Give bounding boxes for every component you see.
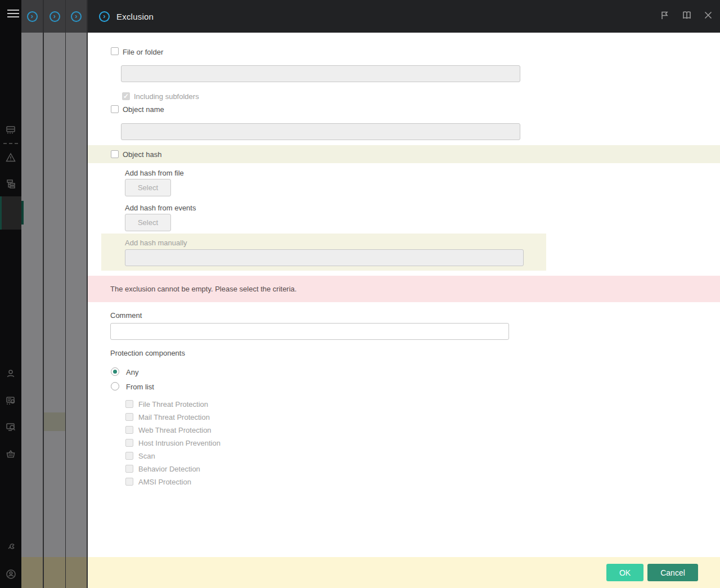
flag-icon[interactable] — [660, 11, 669, 23]
protection-components-label: Protection components — [110, 349, 185, 357]
protection-components-list: File Threat Protection Mail Threat Prote… — [125, 400, 220, 491]
add-hash-from-events-label: Add hash from events — [125, 204, 196, 212]
protection-component-label: AMSI Protection — [138, 478, 191, 486]
add-hash-manually-input[interactable] — [125, 249, 524, 266]
protection-component-label: File Threat Protection — [138, 400, 208, 409]
object-name-checkbox[interactable] — [111, 105, 119, 113]
stacked-dialog-2-header[interactable]: › — [44, 0, 65, 33]
radio-from-list[interactable] — [111, 382, 119, 390]
file-or-folder-label: File or folder — [123, 48, 163, 56]
radio-any[interactable] — [111, 367, 119, 376]
protection-component-row: Host Intrusion Prevention — [125, 439, 220, 447]
add-hash-manually-label: Add hash manually — [125, 239, 187, 247]
including-subfolders-checkbox — [122, 92, 130, 100]
protection-component-checkbox[interactable] — [125, 413, 133, 421]
protection-component-label: Scan — [138, 452, 155, 460]
console-settings-icon[interactable] — [0, 396, 21, 406]
stacked-dialog-3-footer — [66, 557, 87, 588]
policy-circle-icon: › — [27, 11, 38, 22]
cancel-button[interactable]: Cancel — [647, 564, 698, 581]
protection-component-row: Behavior Detection — [125, 465, 220, 473]
account-icon[interactable] — [0, 569, 21, 579]
exclusion-dialog: › Exclusion File or folder Including sub… — [88, 0, 720, 588]
protection-component-row: Mail Threat Protection — [125, 413, 220, 421]
protection-component-row: Scan — [125, 452, 220, 460]
policy-circle-icon: › — [71, 11, 82, 22]
app-window: › › › › Exclusion — [0, 0, 720, 588]
ok-button[interactable]: OK — [606, 564, 644, 581]
comment-label: Comment — [110, 311, 142, 320]
policy-circle-icon: › — [99, 11, 110, 22]
operations-icon[interactable] — [0, 541, 21, 551]
protection-component-checkbox[interactable] — [125, 452, 133, 460]
dialog-title: Exclusion — [116, 12, 154, 21]
protection-component-row: Web Threat Protection — [125, 426, 220, 434]
object-hash-label: Object hash — [123, 150, 161, 159]
object-name-input[interactable] — [121, 123, 520, 140]
object-hash-row — [88, 145, 720, 163]
tasks-icon[interactable] — [0, 179, 21, 189]
protection-component-row: File Threat Protection — [125, 400, 220, 408]
protection-component-checkbox[interactable] — [125, 439, 133, 447]
close-icon[interactable] — [704, 11, 712, 21]
stacked-selected-indicator — [21, 201, 24, 225]
users-icon[interactable] — [0, 369, 21, 379]
stacked-dialog-1-footer — [21, 557, 43, 588]
file-or-folder-checkbox[interactable] — [111, 47, 119, 55]
add-hash-from-file-select-button[interactable]: Select — [125, 179, 171, 196]
stacked-dialog-1[interactable]: › — [21, 0, 44, 588]
comment-input[interactable] — [110, 323, 509, 340]
protection-component-label: Behavior Detection — [138, 465, 200, 473]
alerts-icon[interactable] — [0, 152, 21, 163]
validation-error-bar: The exclusion cannot be empty. Please se… — [88, 276, 720, 302]
menu-icon[interactable] — [7, 10, 19, 18]
book-icon[interactable] — [682, 11, 692, 22]
nav-sidebar — [0, 0, 21, 588]
protection-component-label: Host Intrusion Prevention — [138, 439, 220, 447]
protection-component-checkbox[interactable] — [125, 426, 133, 434]
protection-component-checkbox[interactable] — [125, 465, 133, 473]
file-or-folder-input[interactable] — [121, 65, 520, 82]
dialog-header: › Exclusion — [88, 0, 720, 33]
radio-any-label: Any — [126, 368, 138, 376]
protection-component-checkbox[interactable] — [125, 478, 133, 486]
stacked-dialog-1-header[interactable]: › — [21, 0, 43, 33]
protection-component-checkbox[interactable] — [125, 400, 133, 408]
radio-from-list-label: From list — [126, 383, 154, 391]
sidebar-item-selected[interactable] — [0, 196, 21, 230]
object-hash-checkbox[interactable] — [111, 150, 119, 158]
policy-circle-icon: › — [50, 11, 60, 22]
devices-icon[interactable] — [0, 125, 21, 135]
object-name-label: Object name — [123, 105, 164, 114]
stacked-dialog-3[interactable]: › — [66, 0, 88, 588]
validation-error-text: The exclusion cannot be empty. Please se… — [110, 285, 296, 293]
discovery-icon[interactable] — [0, 422, 21, 432]
stacked-dialog-2-footer — [44, 557, 65, 588]
stacked-dialog-3-header[interactable]: › — [66, 0, 87, 33]
add-hash-from-file-label: Add hash from file — [125, 169, 184, 177]
protection-component-row: AMSI Protection — [125, 478, 220, 486]
stacked-dialog-2[interactable]: › — [44, 0, 66, 588]
sidebar-divider — [3, 143, 18, 144]
protection-component-label: Mail Threat Protection — [138, 413, 210, 421]
add-hash-from-events-select-button[interactable]: Select — [125, 214, 171, 231]
dialog-footer: OK Cancel — [88, 557, 720, 588]
including-subfolders-label: Including subfolders — [134, 92, 199, 101]
stacked-dialog-2-highlight — [44, 412, 65, 431]
protection-component-label: Web Threat Protection — [138, 426, 212, 434]
marketplace-icon[interactable] — [0, 449, 21, 459]
